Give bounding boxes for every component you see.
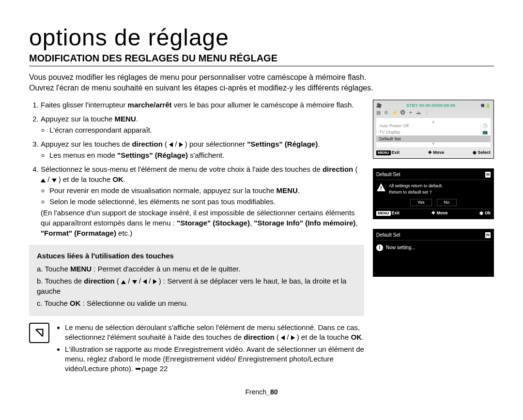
yes-button[interactable]: Yes	[410, 199, 432, 206]
tip-b-mid: (	[115, 277, 121, 285]
move-label: Move	[437, 210, 448, 215]
tip-a-post: : Permet d'accéder à un menu et de le qu…	[92, 265, 240, 273]
step-1-text-c: vers le bas pour allumer le caméscope à …	[172, 101, 354, 109]
tips-title: Astuces liées à l'utilisation des touche…	[37, 251, 356, 261]
storage-in-icon: IN	[485, 232, 491, 238]
step-2-bold: MENU	[115, 115, 136, 123]
tip-a-pre: a. Touche	[37, 265, 70, 273]
chevron-down-icon	[52, 179, 57, 182]
tip-c-pre: c. Touche	[37, 299, 70, 307]
move-icon: ✥	[431, 210, 437, 215]
warning-icon: !	[376, 183, 386, 192]
tip-b-bold: direction	[84, 277, 114, 285]
note-1f: OK	[351, 333, 362, 341]
dialog-title: Default Set	[376, 172, 400, 178]
footer-page: _80	[266, 388, 277, 396]
exit-label: Exit	[392, 150, 400, 155]
camcorder-screen-confirm: Default Set IN ! All settings return to …	[373, 168, 494, 219]
step-1-text-a: Faites glisser l'interrupteur	[41, 101, 128, 109]
tip-b-pre: b. Touches de	[37, 277, 84, 285]
step-1: Faites glisser l'interrupteur marche/arr…	[41, 100, 364, 110]
tip-b-sep3: /	[147, 277, 153, 285]
step-4-bullet-1a: Pour revenir en mode de visualisation no…	[49, 186, 277, 195]
step-4-bullet-2: Selon le mode sélectionné, les éléments …	[49, 196, 364, 207]
top-icon-row: ▦ ⚙ ⚡ 🅦 ✦ ⛰ ⋮	[376, 108, 491, 117]
note-text: Le menu de sélection déroulant s'affiche…	[56, 323, 364, 375]
note-icon	[29, 323, 49, 343]
step-3-bullet: Les menus en mode "Settings" (Réglage) s…	[49, 150, 364, 160]
chevron-up-icon	[41, 179, 46, 182]
progress-text: Now setting...	[386, 245, 415, 251]
step-2-text-c: .	[136, 115, 138, 123]
chevron-down-icon	[132, 280, 137, 284]
move-label: Move	[433, 150, 444, 155]
screenshots-column: 🎥 STBY 00:00:00/00:59:59 🔳🔋 ▦ ⚙ ⚡ 🅦 ✦ ⛰ …	[373, 100, 494, 375]
step-3: Appuyez sur les touches de direction ( /…	[41, 139, 364, 160]
document-title: options de réglage	[29, 24, 494, 51]
step-4: Sélectionnez le sous-menu et l'élément d…	[41, 164, 364, 238]
intro-line-1: Vous pouvez modifier les réglages de men…	[29, 73, 366, 81]
step-4-bullet-3d: "Storage Info" (Info mémoire)	[254, 219, 355, 227]
note-1c: (	[275, 333, 281, 341]
chevron-up-icon	[121, 280, 126, 284]
move-icon: ✥	[428, 150, 433, 155]
no-button[interactable]: No	[437, 199, 457, 206]
tip-a-bold: MENU	[70, 265, 92, 273]
tips-box: Astuces liées à l'utilisation des touche…	[29, 245, 364, 316]
step-4-bullet-1: Pour revenir en mode de visualisation no…	[49, 185, 364, 195]
screen-footer: MENUExit ✥ Move ◉ Ok	[376, 209, 491, 216]
select-label: Select	[477, 150, 491, 155]
record-icon: 🎥	[376, 103, 382, 108]
chevron-left-icon	[143, 279, 147, 284]
note-1e: ) et de la touche	[295, 333, 351, 341]
chevron-right-icon	[153, 279, 157, 284]
intro-text: Vous pouvez modifier les réglages de men…	[29, 72, 494, 93]
step-3-bullet-a: Les menus en mode	[49, 151, 117, 159]
step-3-text-g: .	[318, 140, 320, 148]
info-icon: i	[376, 244, 383, 251]
note-1: Le menu de sélection déroulant s'affiche…	[65, 323, 364, 343]
step-4-text-e: ) et de la touche	[57, 175, 113, 183]
step-4-bullet-1b: MENU	[277, 186, 298, 195]
step-3-text-e: ) pour sélectionner	[183, 140, 247, 148]
menu-button-label: MENU	[376, 211, 391, 216]
step-4-bullet-1c: .	[298, 186, 300, 195]
step-4-bullet-3g: etc.)	[116, 229, 132, 237]
ok-label: Ok	[485, 210, 491, 215]
chevron-left-icon	[281, 335, 285, 340]
time-counter: 00:00:00/00:59:59	[419, 103, 455, 108]
tip-c-post: : Sélectionne ou valide un menu.	[81, 299, 188, 307]
note-block: Le menu de sélection déroulant s'affiche…	[29, 323, 364, 375]
step-4-sep: /	[46, 175, 52, 183]
camcorder-screen-menu: 🎥 STBY 00:00:00/00:59:59 🔳🔋 ▦ ⚙ ⚡ 🅦 ✦ ⛰ …	[373, 100, 494, 159]
storage-in-icon: IN	[485, 172, 491, 178]
chevron-left-icon	[169, 142, 173, 147]
note-1b: direction	[244, 333, 274, 341]
step-4-bullet-3f: "Format" (Formatage)	[41, 229, 116, 237]
step-4-text-g: .	[123, 175, 125, 183]
step-4-bullet-3b: "Storage" (Stockage)	[177, 219, 250, 227]
camcorder-screen-progress: Default Set IN i Now setting...	[373, 229, 494, 277]
step-4-bold-ok: OK	[112, 175, 123, 183]
step-4-text-a: Sélectionnez le sous-menu et l'élément d…	[41, 165, 323, 173]
svg-text:!: !	[380, 185, 382, 191]
exit-label: Exit	[392, 210, 400, 215]
screen-footer: MENUExit ✥ Move ◉ Select	[376, 149, 491, 155]
page: options de réglage MODIFICATION DES REGL…	[0, 0, 523, 410]
intro-line-2: Ouvrez l'écran de menu souhaité en suiva…	[29, 84, 373, 92]
step-4-bullet-3: (En l'absence d'un support de stockage i…	[41, 208, 364, 238]
tip-a: a. Touche MENU : Permet d'accéder à un m…	[37, 264, 356, 274]
footer-lang: French	[246, 388, 267, 396]
step-2-text-a: Appuyez sur la touche	[41, 115, 115, 123]
step-1-bold: marche/arrêt	[128, 101, 172, 109]
section-title: MODIFICATION DES REGLAGES DU MENU RÉGLAG…	[29, 53, 494, 66]
step-3-sep: /	[173, 140, 179, 148]
step-3-bold-f: "Settings" (Réglage)	[247, 140, 318, 148]
tip-b: b. Touches de direction ( / / / ) : Serv…	[37, 276, 356, 296]
battery-icon: 🔳🔋	[480, 103, 491, 108]
chevron-right-icon	[291, 335, 295, 340]
step-3-bullet-c: s'affichent.	[188, 151, 224, 159]
page-footer: French_80	[29, 388, 494, 396]
step-3-paren-open: (	[163, 140, 169, 148]
tip-c: c. Touche OK : Sélectionne ou valide un …	[37, 298, 356, 308]
